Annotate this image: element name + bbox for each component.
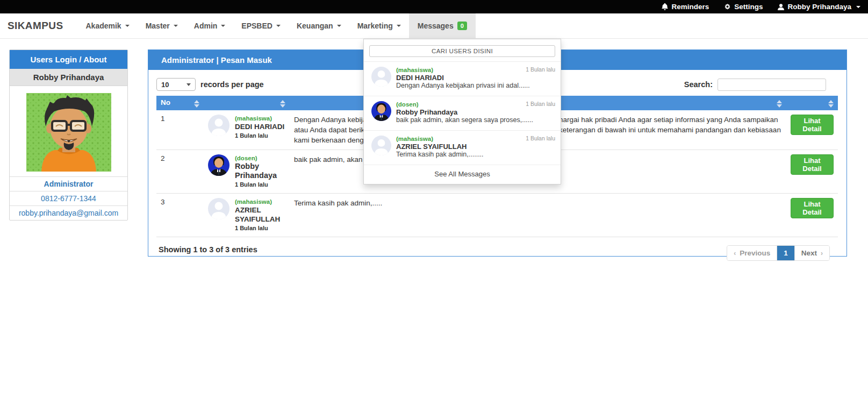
avatar-photo xyxy=(371,101,391,121)
showing-entries-info: Showing 1 to 3 of 3 entries xyxy=(156,245,257,254)
table-footer: Showing 1 to 3 of 3 entries Previous 1 N… xyxy=(156,245,838,261)
avatar-placeholder-icon xyxy=(208,115,229,136)
nav-item-messages[interactable]: Messages 0 xyxy=(409,13,476,38)
nav-item-marketing[interactable]: Marketing xyxy=(349,13,409,38)
sort-icon xyxy=(280,100,285,108)
search-label: Search: xyxy=(684,80,713,89)
row-number: 3 xyxy=(156,194,204,237)
messages-dropdown: (mahasiswa) DEDI HARIADI Dengan Adanya k… xyxy=(363,39,561,184)
column-header-action[interactable] xyxy=(786,96,838,110)
message-time: 1 Bulan lalu xyxy=(526,66,555,73)
sender-name: Robby Prihandaya xyxy=(396,108,533,116)
nav-item-epsbed[interactable]: EPSBED xyxy=(233,13,289,38)
nav-label: Messages xyxy=(418,22,454,30)
next-label: Next xyxy=(801,249,817,257)
caret-down-icon xyxy=(221,25,225,27)
pagination-previous-button[interactable]: Previous xyxy=(727,246,777,260)
sort-icon xyxy=(828,100,834,108)
sender-role: (mahasiswa) xyxy=(396,136,484,143)
sender-name: AZRIEL SYAIFULLAH xyxy=(396,143,484,151)
user-menu-button[interactable]: Robby Prihandaya xyxy=(778,3,860,11)
avatar-placeholder-icon xyxy=(208,198,229,219)
nav-label: Admin xyxy=(194,22,218,30)
message-text: Terima kasih pak admin,..... xyxy=(290,194,786,237)
sender-role: (dosen) xyxy=(235,154,285,162)
page-length-label: records per page xyxy=(200,80,264,89)
row-number: 2 xyxy=(156,150,204,194)
sender-role: (mahasiswa) xyxy=(396,67,530,74)
navbar: SIKAMPUS Akademik Master Admin EPSBED Ke… xyxy=(0,13,868,39)
view-detail-button[interactable]: Lihat Detail xyxy=(791,198,834,218)
sender-cell: (mahasiswa) DEDI HARIADI 1 Bulan lalu xyxy=(208,115,285,140)
nav-label: Master xyxy=(146,22,170,30)
view-detail-button[interactable]: Lihat Detail xyxy=(791,115,834,135)
nav-item-keuangan[interactable]: Keuangan xyxy=(289,13,349,38)
table-search: Search: xyxy=(684,79,826,91)
message-preview: Dengan Adanya kebijakan privasi ini adal… xyxy=(396,82,530,90)
sender-role: (dosen) xyxy=(396,101,533,108)
sender-cell: (dosen) Robby Prihandaya 1 Bulan lalu xyxy=(208,154,285,189)
reminders-label: Reminders xyxy=(671,3,709,11)
caret-down-icon xyxy=(397,25,401,27)
chevron-left-icon xyxy=(734,250,736,257)
sidebar-email-link[interactable]: robby.prihandaya@gmail.com xyxy=(10,206,127,220)
sender-name: Robby Prihandaya xyxy=(235,162,285,180)
avatar-photo xyxy=(208,154,229,176)
column-header-no[interactable]: No xyxy=(156,96,204,110)
message-time: 1 Bulan lalu xyxy=(526,101,555,107)
user-cartoon-avatar xyxy=(26,93,111,172)
see-all-messages-link[interactable]: See All Messages xyxy=(364,165,561,184)
view-detail-button[interactable]: Lihat Detail xyxy=(791,154,834,175)
sender-name: DEDI HARIADI xyxy=(396,74,530,82)
sender-name: AZRIEL SYAIFULLAH xyxy=(235,205,285,224)
topbar: Reminders Settings Robby Prihandaya xyxy=(0,0,868,13)
table-row: 3 (mahasiswa) AZRIEL SYAIFULLAH 1 Bulan … xyxy=(156,194,838,237)
caret-down-icon xyxy=(186,83,191,86)
nav-label: Akademik xyxy=(86,22,121,30)
column-header-user[interactable] xyxy=(204,96,290,110)
previous-label: Previous xyxy=(740,249,770,257)
sender-name: DEDI HARIADI xyxy=(235,122,284,131)
caret-down-icon xyxy=(337,25,341,27)
message-item[interactable]: (mahasiswa) DEDI HARIADI Dengan Adanya k… xyxy=(364,61,561,96)
bell-icon xyxy=(662,3,668,10)
search-input[interactable] xyxy=(718,79,826,91)
message-time: 1 Bulan lalu xyxy=(235,131,284,140)
reminders-button[interactable]: Reminders xyxy=(662,3,709,11)
sender-role: (mahasiswa) xyxy=(235,115,284,122)
sidebar-panel-title: Users Login / About xyxy=(10,50,127,69)
message-item[interactable]: (mahasiswa) AZRIEL SYAIFULLAH Terima kas… xyxy=(364,130,561,165)
caret-down-icon xyxy=(856,6,860,8)
nav-item-master[interactable]: Master xyxy=(138,13,186,38)
message-item[interactable]: (dosen) Robby Prihandaya baik pak admin,… xyxy=(364,96,561,130)
page-length-select[interactable]: 10 xyxy=(156,78,196,91)
nav-item-akademik[interactable]: Akademik xyxy=(78,13,138,38)
chevron-right-icon xyxy=(821,250,823,257)
brand-logo[interactable]: SIKAMPUS xyxy=(8,20,63,32)
page-length-control: 10 records per page xyxy=(156,78,264,91)
avatar-placeholder-icon xyxy=(371,136,391,155)
user-about-panel: Users Login / About Robby Prihandaya xyxy=(9,49,128,221)
sender-role: (mahasiswa) xyxy=(235,198,285,205)
sidebar-phone-link[interactable]: 0812-6777-1344 xyxy=(10,191,127,206)
row-number: 1 xyxy=(156,110,204,150)
sidebar-user-name: Robby Prihandaya xyxy=(10,69,127,86)
column-label: No xyxy=(161,98,170,106)
gear-icon xyxy=(724,3,731,10)
nav-label: EPSBED xyxy=(241,22,272,30)
user-menu-label: Robby Prihandaya xyxy=(787,3,851,11)
pagination-next-button[interactable]: Next xyxy=(795,246,829,260)
message-time: 1 Bulan lalu xyxy=(526,135,555,141)
messages-search-input[interactable] xyxy=(369,45,555,57)
pagination: Previous 1 Next xyxy=(727,245,830,261)
nav-label: Keuangan xyxy=(297,22,333,30)
sidebar-role-link[interactable]: Administrator xyxy=(10,177,127,191)
page-length-value: 10 xyxy=(161,81,169,89)
nav-label: Marketing xyxy=(357,22,393,30)
nav-item-admin[interactable]: Admin xyxy=(186,13,234,38)
pagination-page-1-button[interactable]: 1 xyxy=(777,246,795,260)
avatar-placeholder-icon xyxy=(371,67,391,87)
settings-button[interactable]: Settings xyxy=(724,3,763,11)
caret-down-icon xyxy=(174,25,178,27)
sort-icon xyxy=(777,100,782,108)
